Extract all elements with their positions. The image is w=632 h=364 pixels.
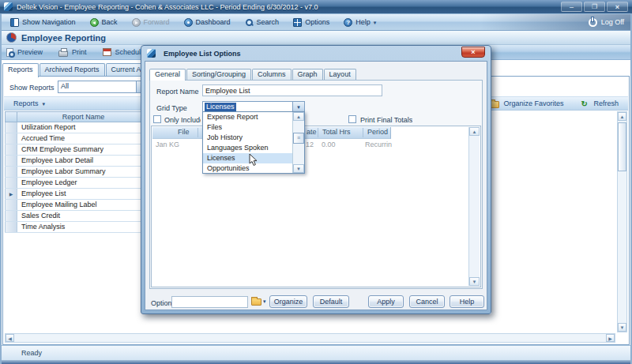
scroll-right-icon[interactable] xyxy=(606,334,615,342)
options-input[interactable] xyxy=(171,296,248,308)
scroll-up-icon[interactable] xyxy=(293,112,304,121)
status-text: Ready xyxy=(21,349,42,357)
scrollbar-thumb[interactable] xyxy=(618,122,626,171)
dropdown-option[interactable]: Job History xyxy=(203,133,292,143)
page-header: Employee Reporting xyxy=(0,31,632,45)
scroll-down-icon[interactable] xyxy=(293,164,304,173)
general-tab-content: Report Name Grid Type Licenses Only Incl… xyxy=(149,80,483,289)
mouse-cursor xyxy=(249,153,258,167)
list-item[interactable]: Sales Credit xyxy=(5,211,150,222)
report-name-input[interactable] xyxy=(202,84,382,96)
list-item[interactable]: Employee Labor Summary xyxy=(5,167,150,178)
tab-sorting-grouping[interactable]: Sorting/Grouping xyxy=(186,69,251,80)
refresh-icon xyxy=(581,99,589,108)
tab-graph[interactable]: Graph xyxy=(292,69,323,80)
dropdown-option[interactable]: Expense Report xyxy=(203,112,292,122)
print-final-totals-label: Print Final Totals xyxy=(360,116,412,124)
reports-group-dropdown[interactable]: Reports xyxy=(13,99,51,108)
preview-button[interactable]: Preview xyxy=(6,48,43,57)
list-item[interactable]: Accrued Time xyxy=(5,133,150,144)
forward-button[interactable]: Forward xyxy=(125,14,177,30)
dropdown-scrollbar[interactable] xyxy=(292,112,304,173)
report-list-header[interactable]: Report Name xyxy=(5,111,150,122)
dashboard-button[interactable]: Dashboard xyxy=(177,14,238,30)
show-reports-select[interactable]: All xyxy=(58,81,149,93)
row-selector xyxy=(5,167,17,177)
show-navigation-button[interactable]: Show Navigation xyxy=(3,14,83,30)
dropdown-option[interactable]: Files xyxy=(203,122,292,133)
grid-cell-total-hrs[interactable]: 0.00 xyxy=(322,141,336,148)
col-total-hrs: Total Hrs xyxy=(322,128,351,136)
window-bottom-edge xyxy=(0,360,632,364)
default-button[interactable]: Default xyxy=(313,295,349,308)
forward-arrow-icon xyxy=(132,18,141,27)
deltek-logo-icon xyxy=(147,49,156,58)
horizontal-scrollbar[interactable] xyxy=(5,333,615,343)
options-button[interactable]: Options xyxy=(286,14,337,30)
dialog-tabs: General Sorting/Grouping Columns Graph L… xyxy=(149,69,357,81)
report-name-column-header: Report Name xyxy=(17,112,149,122)
log-off-button[interactable]: Log Off xyxy=(584,18,629,27)
close-window-button[interactable] xyxy=(607,2,628,12)
options-grid-icon xyxy=(293,18,302,27)
list-item[interactable]: Employee Labor Detail xyxy=(5,156,150,167)
list-item[interactable]: Time Analysis xyxy=(5,222,150,233)
vertical-scrollbar[interactable] xyxy=(617,111,627,332)
scroll-up-icon[interactable] xyxy=(618,112,626,121)
refresh-button[interactable]: Refresh xyxy=(581,99,619,108)
row-selector xyxy=(5,222,17,232)
search-button[interactable]: Search xyxy=(238,14,287,30)
window-title: Deltek Vision - Employee Reporting - Coh… xyxy=(17,3,318,11)
window-left-edge xyxy=(0,13,2,364)
scroll-up-icon[interactable] xyxy=(469,127,480,136)
navigation-panel-icon xyxy=(10,18,19,27)
row-selector xyxy=(5,133,17,144)
row-selector xyxy=(5,211,17,221)
scroll-down-icon[interactable] xyxy=(469,277,480,286)
back-button[interactable]: Back xyxy=(83,14,125,30)
dropdown-option[interactable]: Languages Spoken xyxy=(203,143,292,153)
schedule-button[interactable]: Schedule xyxy=(103,48,145,56)
dialog-title: Employee List Options xyxy=(164,50,241,58)
grid-vertical-scrollbar[interactable] xyxy=(468,127,480,286)
minimize-button[interactable] xyxy=(561,2,582,12)
restore-button[interactable] xyxy=(584,2,605,12)
list-item[interactable]: CRM Employee Summary xyxy=(5,144,150,156)
help-button[interactable]: Help xyxy=(337,14,389,30)
chevron-down-icon xyxy=(43,99,51,108)
col-file: File xyxy=(178,128,190,136)
tab-archived-reports[interactable]: Archived Reports xyxy=(40,63,105,76)
list-item[interactable]: Employee Ledger xyxy=(5,178,150,189)
chevron-down-icon xyxy=(374,18,382,27)
dialog-title-bar[interactable]: Employee List Options xyxy=(141,46,491,61)
cancel-button[interactable]: Cancel xyxy=(409,295,445,308)
scroll-left-icon[interactable] xyxy=(6,334,14,342)
tab-general[interactable]: General xyxy=(149,69,186,81)
organize-button[interactable]: Organize xyxy=(269,295,307,308)
row-selector xyxy=(5,144,17,155)
dialog-close-button[interactable] xyxy=(461,47,485,58)
list-item-selected[interactable]: Employee List xyxy=(5,189,150,200)
print-button[interactable]: Print xyxy=(58,48,87,57)
main-toolbar: Show Navigation Back Forward Dashboard S… xyxy=(0,13,632,31)
only-include-checkbox[interactable] xyxy=(153,115,161,123)
list-item[interactable]: Employee Mailing Label xyxy=(5,200,150,211)
dropdown-option[interactable]: Opportunities xyxy=(203,163,292,173)
tab-reports[interactable]: Reports xyxy=(2,63,39,77)
dashboard-icon xyxy=(184,18,193,27)
scrollbar-thumb[interactable] xyxy=(293,133,304,144)
tab-layout[interactable]: Layout xyxy=(324,69,356,80)
grid-cell-file[interactable]: Jan KG xyxy=(156,141,179,148)
grid-cell-period[interactable]: Recurrin xyxy=(365,141,392,148)
row-selector xyxy=(5,156,17,166)
tab-columns[interactable]: Columns xyxy=(252,69,292,80)
power-icon xyxy=(589,18,597,27)
organize-favorites-button[interactable]: Organize Favorites xyxy=(489,99,563,108)
print-final-totals-checkbox[interactable] xyxy=(348,115,356,123)
help-dialog-button[interactable]: Help xyxy=(450,295,484,308)
dropdown-option-highlighted[interactable]: Licenses xyxy=(203,153,292,163)
scroll-down-icon[interactable] xyxy=(618,323,626,332)
list-item[interactable]: Utilization Report xyxy=(5,122,150,133)
apply-button[interactable]: Apply xyxy=(368,295,404,308)
grid-cell-date[interactable]: 12 xyxy=(306,141,314,148)
